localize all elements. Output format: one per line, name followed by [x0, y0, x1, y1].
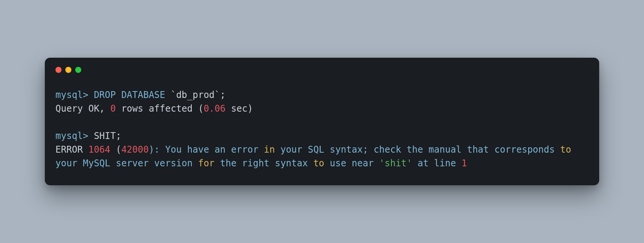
window-titlebar [55, 67, 589, 73]
database-name: db_prod [176, 90, 215, 100]
semicolon: ; [116, 131, 121, 141]
keyword-in: in [264, 144, 275, 155]
maximize-icon[interactable] [75, 67, 81, 73]
error-near-token: 'shit' [379, 158, 412, 169]
sql-keyword-database: DATABASE [121, 90, 165, 100]
error-label: ERROR [55, 144, 88, 155]
semicolon: ; [220, 90, 226, 100]
close-icon[interactable] [55, 67, 62, 73]
sql-command: SHIT [94, 131, 116, 141]
query-time: 0.06 [204, 103, 226, 114]
rows-affected-count: 0 [110, 103, 116, 114]
keyword-to: to [313, 158, 324, 169]
mysql-prompt: mysql> [55, 131, 94, 141]
backtick: ` [215, 90, 220, 100]
query-response: Query OK, [55, 103, 110, 114]
terminal-content: mysql> DROP DATABASE `db_prod`; Query OK… [55, 88, 589, 170]
error-message: ): You have an error [149, 144, 264, 155]
mysql-prompt: mysql> [55, 90, 94, 100]
keyword-to: to [560, 144, 571, 155]
backtick: ` [170, 90, 176, 100]
error-code: 1064 [88, 144, 110, 155]
minimize-icon[interactable] [65, 67, 71, 73]
error-sqlstate: 42000 [121, 144, 148, 155]
error-line-number: 1 [461, 158, 467, 169]
keyword-for: for [198, 158, 215, 169]
terminal-window: mysql> DROP DATABASE `db_prod`; Query OK… [45, 58, 599, 185]
sql-keyword-drop: DROP [94, 90, 116, 100]
